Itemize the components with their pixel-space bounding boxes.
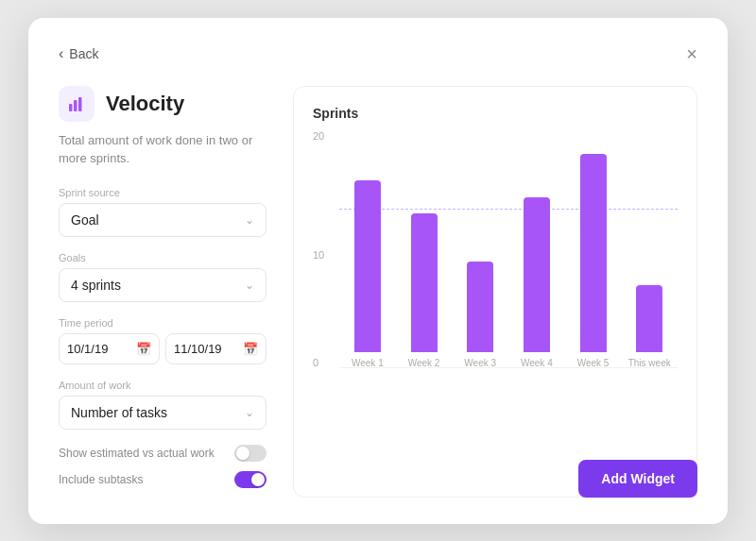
bar-label: This week — [628, 358, 671, 368]
back-label: Back — [69, 46, 98, 61]
chart-bar — [467, 262, 493, 352]
content-area: Velocity Total amount of work done in tw… — [59, 86, 697, 498]
date-end-value: 11/10/19 — [174, 342, 222, 356]
chevron-left-icon: ‹ — [59, 45, 63, 62]
sprint-source-label: Sprint source — [59, 187, 266, 198]
show-estimated-label: Show estimated vs actual work — [59, 447, 215, 460]
sprint-source-value: Goal — [71, 212, 99, 228]
left-panel: Velocity Total amount of work done in tw… — [59, 86, 266, 498]
widget-title-row: Velocity — [59, 86, 266, 122]
bar-group: Week 3 — [452, 130, 508, 368]
bar-group: Week 5 — [565, 130, 622, 368]
chart-bars-container: Week 1Week 2Week 3Week 4Week 5This week — [339, 130, 678, 368]
widget-description: Total amount of work done in two or more… — [59, 131, 266, 168]
goals-label: Goals — [59, 252, 266, 263]
show-estimated-toggle[interactable] — [234, 445, 266, 462]
time-period-field: Time period 10/1/19 📅 11/10/19 📅 — [59, 317, 266, 364]
time-period-label: Time period — [59, 317, 266, 329]
include-subtasks-knob — [251, 473, 265, 486]
chart-bar — [524, 197, 550, 352]
include-subtasks-label: Include subtasks — [59, 473, 143, 486]
chart-bar — [354, 180, 381, 351]
chart-bar-icon — [67, 94, 86, 113]
chart-bar — [580, 154, 607, 351]
add-widget-button[interactable]: Add Widget — [578, 460, 697, 498]
calendar-end-icon: 📅 — [243, 342, 258, 356]
bar-label: Week 1 — [352, 358, 384, 368]
chart-bar — [411, 213, 438, 351]
bar-label: Week 2 — [408, 358, 440, 368]
sprint-source-field: Sprint source Goal ⌄ — [59, 187, 266, 237]
bar-group: Week 1 — [339, 130, 396, 368]
show-estimated-row: Show estimated vs actual work — [59, 445, 266, 462]
bar-group: This week — [621, 130, 678, 368]
svg-rect-0 — [69, 104, 73, 111]
svg-rect-2 — [78, 97, 82, 111]
chevron-down-icon-work: ⌄ — [245, 406, 254, 419]
calendar-start-icon: 📅 — [136, 342, 151, 356]
close-icon: × — [686, 43, 697, 64]
date-start-value: 10/1/19 — [67, 342, 108, 356]
widget-title: Velocity — [106, 92, 184, 116]
bar-group: Week 4 — [508, 130, 565, 368]
show-estimated-knob — [236, 447, 249, 460]
chevron-down-icon: ⌄ — [245, 213, 254, 227]
chevron-down-icon-goals: ⌄ — [245, 279, 254, 292]
amount-of-work-select[interactable]: Number of tasks ⌄ — [59, 396, 266, 430]
goals-value: 4 sprints — [71, 278, 121, 293]
bar-label: Week 5 — [577, 358, 610, 368]
y-axis-mid: 10 — [313, 249, 324, 261]
include-subtasks-toggle[interactable] — [234, 471, 266, 488]
amount-of-work-label: Amount of work — [59, 380, 266, 391]
bar-label: Week 3 — [464, 358, 496, 368]
widget-icon — [59, 86, 94, 122]
goals-field: Goals 4 sprints ⌄ — [59, 252, 266, 302]
modal-header: ‹ Back × — [59, 44, 697, 63]
y-axis-max: 20 — [313, 130, 324, 142]
svg-rect-1 — [74, 100, 77, 111]
bar-group: Week 2 — [396, 130, 453, 368]
close-button[interactable]: × — [686, 44, 697, 63]
chart-area: 20 10 0 Week 1Week 2Week 3Week 4Week 5Th… — [313, 130, 678, 395]
back-button[interactable]: ‹ Back — [59, 45, 98, 62]
chart-bar — [636, 285, 662, 352]
chart-title: Sprints — [313, 106, 678, 121]
date-start-input[interactable]: 10/1/19 📅 — [59, 333, 160, 364]
modal: ‹ Back × Velocity Total amount of work d… — [28, 18, 728, 524]
y-axis-min: 0 — [313, 357, 318, 368]
include-subtasks-row: Include subtasks — [59, 471, 266, 488]
bar-label: Week 4 — [521, 358, 553, 368]
date-range: 10/1/19 📅 11/10/19 📅 — [59, 333, 266, 364]
sprint-source-select[interactable]: Goal ⌄ — [59, 203, 266, 237]
amount-of-work-field: Amount of work Number of tasks ⌄ — [59, 380, 266, 430]
amount-of-work-value: Number of tasks — [71, 405, 167, 420]
date-end-input[interactable]: 11/10/19 📅 — [165, 333, 266, 364]
right-panel: Sprints 20 10 0 Week 1Week 2Week 3Week 4… — [293, 86, 697, 498]
goals-select[interactable]: 4 sprints ⌄ — [59, 268, 266, 302]
